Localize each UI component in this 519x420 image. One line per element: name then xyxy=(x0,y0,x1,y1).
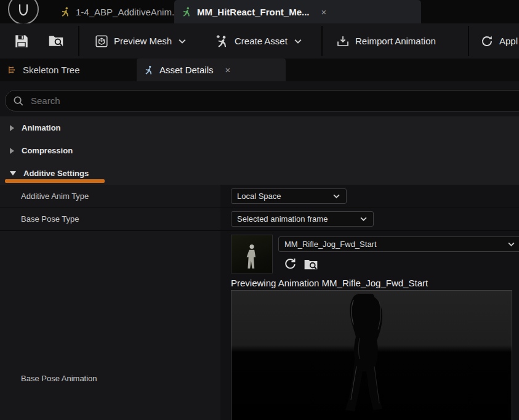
search-input[interactable] xyxy=(30,95,519,107)
preview-mesh-icon xyxy=(95,34,108,48)
prop-label-base-pose-type: Base Pose Type xyxy=(21,214,79,224)
close-tab-icon[interactable]: × xyxy=(321,7,327,17)
chevron-down-icon xyxy=(10,171,16,176)
chevron-down-icon xyxy=(179,39,186,44)
create-asset-icon xyxy=(215,34,229,48)
toolbar-separator xyxy=(78,26,79,56)
thumbnail-character-figure xyxy=(243,242,260,273)
create-asset-button[interactable]: Create Asset xyxy=(211,28,307,54)
tab-label: Asset Details xyxy=(159,65,214,75)
section-label: Compression xyxy=(22,146,73,155)
section-animation[interactable]: Animation xyxy=(0,116,519,140)
browse-to-asset-in-content-browser-button[interactable] xyxy=(303,256,319,272)
anim-sequence-icon xyxy=(182,7,191,17)
tab-label: Skeleton Tree xyxy=(23,65,80,75)
apply-icon xyxy=(480,34,494,48)
preview-mesh-button[interactable]: Preview Mesh xyxy=(90,28,191,54)
skeleton-tree-icon xyxy=(7,65,17,75)
asset-thumbnail[interactable] xyxy=(231,235,273,273)
document-tabbar: 1-4_ABP_AdditiveAnim... MM_HitReact_Fron… xyxy=(0,0,519,23)
use-selected-asset-button[interactable] xyxy=(282,256,298,272)
previewing-animation-caption: Previewing Animation MM_Rifle_Jog_Fwd_St… xyxy=(231,278,428,288)
search-row xyxy=(0,81,519,117)
toolbar: Preview Mesh Create Asset xyxy=(0,23,519,59)
browse-to-asset-button[interactable] xyxy=(43,28,69,54)
row-divider xyxy=(0,230,519,231)
toolbar-separator xyxy=(321,26,323,56)
section-label: Additive Settings xyxy=(23,169,89,178)
preview-character-silhouette xyxy=(330,294,403,417)
section-label: Animation xyxy=(22,123,61,132)
save-button[interactable] xyxy=(9,28,34,54)
search-box xyxy=(5,90,519,111)
base-pose-animation-dropdown[interactable]: MM_Rifle_Jog_Fwd_Start xyxy=(278,236,519,252)
tab-skeleton-tree[interactable]: Skeleton Tree xyxy=(0,59,132,81)
apply-button[interactable]: Appl xyxy=(475,28,519,54)
anim-blueprint-icon xyxy=(60,7,70,17)
create-asset-label: Create Asset xyxy=(235,36,288,46)
doc-tab-abp-additiveanim[interactable]: 1-4_ABP_AdditiveAnim... xyxy=(53,0,189,23)
row-divider xyxy=(0,208,519,208)
preview-mesh-label: Preview Mesh xyxy=(114,36,172,46)
close-panel-icon[interactable]: × xyxy=(225,65,231,75)
dropdown-value: Local Space xyxy=(237,192,328,201)
chevron-right-icon xyxy=(10,148,14,154)
chevron-down-icon xyxy=(360,217,368,222)
chevron-down-icon xyxy=(508,242,515,247)
doc-tab-label: 1-4_ABP_AdditiveAnim... xyxy=(76,7,179,17)
save-icon xyxy=(14,33,30,49)
prop-label-base-pose-animation: Base Pose Animation xyxy=(21,374,97,383)
additive-anim-type-dropdown[interactable]: Local Space xyxy=(231,188,347,204)
folder-search-icon xyxy=(48,33,64,49)
prop-label-additive-anim-type: Additive Anim Type xyxy=(21,192,89,201)
active-section-underline xyxy=(5,179,105,183)
unreal-animation-editor: 1-4_ABP_AdditiveAnim... MM_HitReact_Fron… xyxy=(0,0,519,420)
dropdown-value: MM_Rifle_Jog_Fwd_Start xyxy=(284,240,503,249)
panel-tabbar: Skeleton Tree Asset Details × xyxy=(0,59,519,81)
reimport-animation-button[interactable]: Reimport Animation xyxy=(331,28,441,54)
chevron-down-icon xyxy=(294,39,302,44)
asset-details-icon xyxy=(144,65,154,75)
folder-search-icon xyxy=(304,257,318,271)
unreal-logo xyxy=(8,0,39,25)
reimport-icon xyxy=(336,34,350,48)
use-selected-asset-icon xyxy=(283,257,297,271)
search-icon xyxy=(13,95,24,107)
doc-tab-hitreact[interactable]: MM_HitReact_Front_Me... × xyxy=(174,0,421,23)
tab-asset-details[interactable]: Asset Details × xyxy=(137,59,286,81)
unreal-u-glyph xyxy=(13,0,34,20)
section-compression[interactable]: Compression xyxy=(0,139,519,163)
dropdown-value: Selected animation frame xyxy=(237,214,355,224)
animation-preview-viewport[interactable] xyxy=(231,290,512,420)
chevron-down-icon xyxy=(333,194,340,199)
base-pose-type-dropdown[interactable]: Selected animation frame xyxy=(231,211,374,227)
reimport-animation-label: Reimport Animation xyxy=(355,36,436,46)
chevron-right-icon xyxy=(10,125,14,131)
doc-tab-label: MM_HitReact_Front_Me... xyxy=(197,7,310,17)
apply-label: Appl xyxy=(499,36,518,46)
toolbar-separator xyxy=(468,26,469,56)
